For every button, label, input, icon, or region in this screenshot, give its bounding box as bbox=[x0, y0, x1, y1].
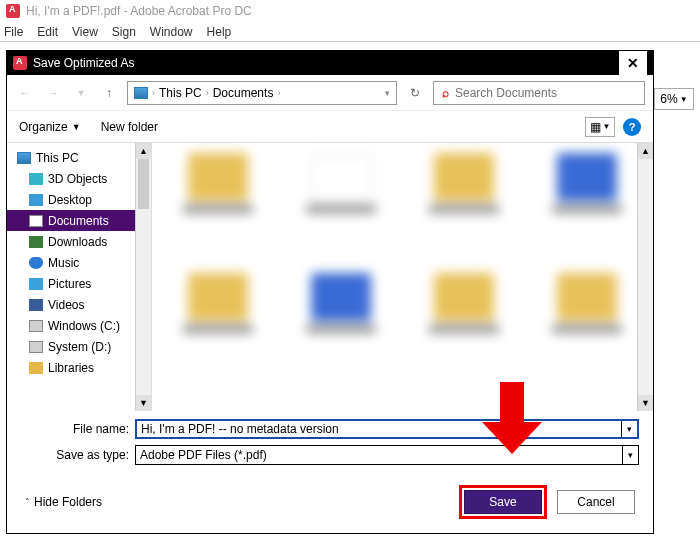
scroll-thumb[interactable] bbox=[138, 159, 149, 209]
dialog-footer: ˄ Hide Folders Save Cancel bbox=[7, 475, 653, 533]
search-icon: ⌕ bbox=[442, 86, 449, 100]
hide-folders-label: Hide Folders bbox=[34, 495, 102, 509]
breadcrumb-folder[interactable]: Documents bbox=[213, 86, 274, 100]
acrobat-icon bbox=[13, 56, 27, 70]
menu-file[interactable]: File bbox=[4, 25, 23, 39]
tree-item-libraries[interactable]: Libraries bbox=[7, 357, 151, 378]
organize-label: Organize bbox=[19, 120, 68, 134]
cancel-button[interactable]: Cancel bbox=[557, 490, 635, 514]
tree-item-documents[interactable]: Documents bbox=[7, 210, 151, 231]
menubar: File Edit View Sign Window Help bbox=[0, 22, 700, 42]
view-mode-button[interactable]: ▦ ▼ bbox=[585, 117, 615, 137]
annotation-highlight: Save bbox=[459, 485, 547, 519]
menu-window[interactable]: Window bbox=[150, 25, 193, 39]
tree-scrollbar[interactable]: ▲ ▼ bbox=[135, 143, 151, 411]
save-type-value[interactable] bbox=[136, 448, 622, 462]
file-name-label: File name: bbox=[47, 422, 129, 436]
toolbar-row: Organize ▼ New folder ▦ ▼ ? bbox=[7, 111, 653, 143]
recent-chevron[interactable]: ▼ bbox=[71, 83, 91, 103]
refresh-button[interactable]: ↻ bbox=[405, 83, 425, 103]
tree-item-label: Documents bbox=[48, 214, 109, 228]
tree-item-label: Music bbox=[48, 256, 79, 270]
acrobat-icon bbox=[6, 4, 20, 18]
tree-item-label: This PC bbox=[36, 151, 79, 165]
dialog-title: Save Optimized As bbox=[33, 56, 134, 70]
desk-icon bbox=[29, 194, 43, 206]
nav-row: ← → ▼ ↑ › This PC › Documents › ▾ ↻ ⌕ bbox=[7, 75, 653, 111]
tree-item-3d-objects[interactable]: 3D Objects bbox=[7, 168, 151, 189]
search-box[interactable]: ⌕ bbox=[433, 81, 645, 105]
hide-folders-button[interactable]: ˄ Hide Folders bbox=[25, 495, 102, 509]
zoom-dropdown[interactable]: 6% ▼ bbox=[654, 88, 694, 110]
doc-icon bbox=[29, 215, 43, 227]
help-button[interactable]: ? bbox=[623, 118, 641, 136]
chevron-down-icon: ▼ bbox=[72, 122, 81, 132]
dl-icon bbox=[29, 236, 43, 248]
chevron-down-icon: ▼ bbox=[680, 95, 688, 104]
3d-icon bbox=[29, 173, 43, 185]
chevron-up-icon: ˄ bbox=[25, 497, 30, 507]
pic-icon bbox=[29, 278, 43, 290]
save-type-label: Save as type: bbox=[47, 448, 129, 462]
menu-edit[interactable]: Edit bbox=[37, 25, 58, 39]
thumbnail-grid bbox=[152, 143, 653, 411]
scroll-up-icon[interactable]: ▲ bbox=[136, 143, 151, 159]
organize-menu[interactable]: Organize ▼ bbox=[19, 120, 81, 134]
tree-item-system-d-[interactable]: System (D:) bbox=[7, 336, 151, 357]
scroll-down-icon[interactable]: ▼ bbox=[638, 395, 653, 411]
save-type-field[interactable]: ▾ bbox=[135, 445, 639, 465]
back-button[interactable]: ← bbox=[15, 83, 35, 103]
tree-item-label: Videos bbox=[48, 298, 84, 312]
save-button[interactable]: Save bbox=[464, 490, 542, 514]
tree-item-label: 3D Objects bbox=[48, 172, 107, 186]
file-name-field[interactable]: ▾ bbox=[135, 419, 639, 439]
tree-item-windows-c-[interactable]: Windows (C:) bbox=[7, 315, 151, 336]
drive-icon bbox=[29, 320, 43, 332]
pc-icon bbox=[134, 87, 148, 99]
save-dialog: Save Optimized As ✕ ← → ▼ ↑ › This PC › … bbox=[6, 50, 654, 534]
drive-icon bbox=[29, 341, 43, 353]
breadcrumb-root[interactable]: This PC bbox=[159, 86, 202, 100]
breadcrumb[interactable]: › This PC › Documents › ▾ bbox=[127, 81, 397, 105]
app-titlebar: Hi, I'm a PDF!.pdf - Adobe Acrobat Pro D… bbox=[0, 0, 700, 22]
pc-icon bbox=[17, 152, 31, 164]
tree-item-this-pc[interactable]: This PC bbox=[7, 147, 151, 168]
thumbnails-icon: ▦ bbox=[590, 120, 601, 134]
file-pane[interactable]: ▲ ▼ bbox=[152, 143, 653, 411]
vid-icon bbox=[29, 299, 43, 311]
chevron-down-icon: ▼ bbox=[603, 122, 611, 131]
chevron-right-icon: › bbox=[277, 88, 280, 98]
nav-tree: This PC3D ObjectsDesktopDocumentsDownloa… bbox=[7, 143, 152, 411]
tree-item-downloads[interactable]: Downloads bbox=[7, 231, 151, 252]
menu-sign[interactable]: Sign bbox=[112, 25, 136, 39]
scroll-down-icon[interactable]: ▼ bbox=[136, 395, 151, 411]
menu-help[interactable]: Help bbox=[207, 25, 232, 39]
menu-view[interactable]: View bbox=[72, 25, 98, 39]
zoom-value: 6% bbox=[660, 92, 677, 106]
tree-item-label: Desktop bbox=[48, 193, 92, 207]
app-title: Hi, I'm a PDF!.pdf - Adobe Acrobat Pro D… bbox=[26, 4, 252, 18]
form-area: File name: ▾ Save as type: ▾ bbox=[7, 411, 653, 475]
tree-item-label: Pictures bbox=[48, 277, 91, 291]
forward-button[interactable]: → bbox=[43, 83, 63, 103]
tree-item-label: System (D:) bbox=[48, 340, 111, 354]
file-name-dropdown[interactable]: ▾ bbox=[621, 421, 637, 437]
scroll-up-icon[interactable]: ▲ bbox=[638, 143, 653, 159]
chevron-down-icon[interactable]: ▾ bbox=[385, 88, 390, 98]
chevron-right-icon: › bbox=[206, 88, 209, 98]
search-input[interactable] bbox=[455, 86, 636, 100]
new-folder-button[interactable]: New folder bbox=[101, 120, 158, 134]
tree-item-desktop[interactable]: Desktop bbox=[7, 189, 151, 210]
tree-item-label: Downloads bbox=[48, 235, 107, 249]
music-icon bbox=[29, 257, 43, 269]
content-scrollbar[interactable]: ▲ ▼ bbox=[637, 143, 653, 411]
tree-item-pictures[interactable]: Pictures bbox=[7, 273, 151, 294]
lib-icon bbox=[29, 362, 43, 374]
tree-item-videos[interactable]: Videos bbox=[7, 294, 151, 315]
up-button[interactable]: ↑ bbox=[99, 83, 119, 103]
close-button[interactable]: ✕ bbox=[619, 51, 647, 75]
tree-item-music[interactable]: Music bbox=[7, 252, 151, 273]
chevron-right-icon: › bbox=[152, 88, 155, 98]
save-type-dropdown[interactable]: ▾ bbox=[622, 446, 638, 464]
file-name-input[interactable] bbox=[137, 422, 621, 436]
